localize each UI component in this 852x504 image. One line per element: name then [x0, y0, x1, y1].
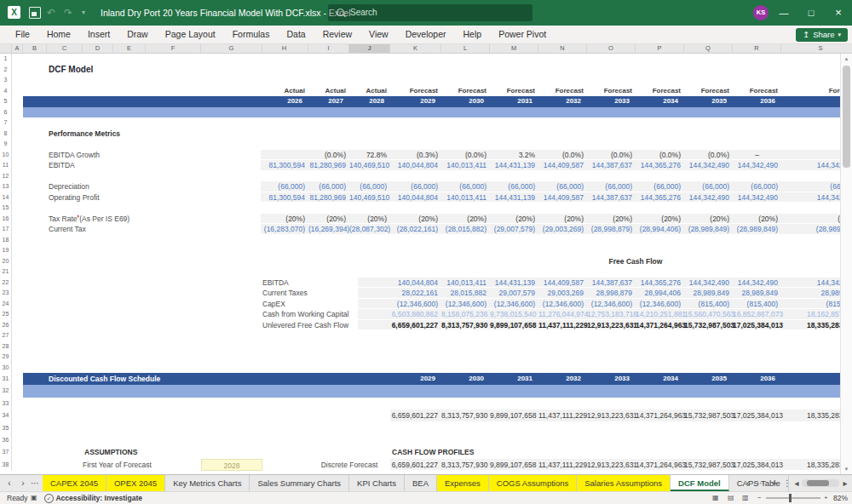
cell-P16[interactable]: (20%) — [636, 214, 684, 225]
sheet-tab-kpi-charts[interactable]: KPI Charts — [349, 475, 405, 491]
cell-S14[interactable]: 144,342,490 — [781, 192, 840, 203]
row-header-13[interactable]: 13 — [0, 181, 12, 192]
cell-O5[interactable]: 2033 — [587, 96, 636, 107]
cell-Q10[interactable]: (0.0%) — [684, 150, 733, 161]
cell-C14[interactable]: Operating Profit — [47, 192, 83, 203]
row-header-35[interactable]: 35 — [0, 422, 12, 434]
column-header-I[interactable]: I — [308, 44, 349, 53]
column-header-F[interactable]: F — [146, 44, 201, 53]
cell-K14[interactable]: 140,044,804 — [390, 192, 441, 203]
cell-N38[interactable]: 11,437,111,229 — [538, 459, 587, 471]
cell-I14[interactable]: 81,280,969 — [308, 192, 349, 203]
sheet-tab-list-icon[interactable]: ⋯ — [29, 475, 41, 491]
cell-S26[interactable]: 18,335,283,513 — [781, 320, 840, 331]
cell-M23[interactable]: 29,007,579 — [490, 288, 538, 299]
select-all-corner[interactable] — [0, 44, 12, 53]
row-header-24[interactable]: 24 — [0, 299, 12, 310]
cell-P38[interactable]: 14,371,264,963 — [636, 459, 684, 471]
cell-L24[interactable]: (12,346,600) — [441, 299, 490, 310]
cell-R5[interactable]: 2036 — [733, 96, 781, 107]
column-header-Q[interactable]: Q — [684, 44, 733, 53]
sheet-tab-opex-2045[interactable]: OPEX 2045 — [106, 475, 165, 491]
column-header-R[interactable]: R — [733, 44, 781, 53]
cell-O13[interactable]: (66,000) — [587, 181, 636, 192]
cell-Q5[interactable]: 2035 — [684, 96, 733, 107]
cell-N10[interactable]: (0.0%) — [538, 150, 587, 161]
cell-S13[interactable]: (66,000) — [781, 181, 840, 192]
cell-C10[interactable]: EBITDA Growth — [47, 150, 83, 161]
cell-M17[interactable]: (29,007,579) — [490, 224, 538, 235]
cell-H5[interactable]: 2026 — [261, 96, 308, 107]
cell-P24[interactable]: (12,346,600) — [636, 299, 684, 310]
row-header-34[interactable]: 34 — [0, 410, 12, 421]
cell-O34[interactable]: 12,913,223,631 — [587, 410, 636, 421]
undo-icon[interactable]: ↶ — [47, 0, 55, 26]
column-header-M[interactable]: M — [490, 44, 538, 53]
cell-O31[interactable]: 2033 — [587, 373, 636, 385]
row-header-32[interactable]: 32 — [0, 385, 12, 397]
cell-O16[interactable]: (20%) — [587, 214, 636, 225]
cell-Q17[interactable]: (28,989,849) — [684, 224, 733, 235]
cell-Q38[interactable]: 15,732,987,503 — [684, 459, 733, 471]
cell-P34[interactable]: 14,371,264,963 — [636, 410, 684, 421]
cell-N34[interactable]: 11,437,111,229 — [538, 410, 587, 421]
cell-J16[interactable]: (20%) — [349, 214, 390, 225]
cell-K16[interactable]: (20%) — [390, 214, 441, 225]
ribbon-tab-home[interactable]: Home — [38, 26, 79, 43]
cell-I5[interactable]: 2027 — [308, 96, 349, 107]
cell-K11[interactable]: 140,044,804 — [390, 160, 441, 171]
accessibility-checker[interactable]: ✓ Accessibility: Investigate — [44, 492, 142, 504]
cell-S24[interactable]: (815,400) — [781, 299, 840, 310]
sheet-tab-next-icon[interactable]: › — [17, 475, 29, 491]
column-header-B[interactable]: B — [23, 44, 47, 53]
cell-C17[interactable]: Current Tax — [47, 224, 83, 235]
row-header-16[interactable]: 16 — [0, 214, 12, 225]
row-header-9[interactable]: 9 — [0, 139, 12, 150]
cell-I16[interactable]: (20%) — [308, 214, 349, 225]
normal-view-icon[interactable]: ▦ — [712, 492, 719, 504]
cell-L10[interactable]: (0.0%) — [441, 150, 490, 161]
row-header-6[interactable]: 6 — [0, 107, 12, 118]
cell-O17[interactable]: (28,998,879) — [587, 224, 636, 235]
row-header-27[interactable]: 27 — [0, 330, 12, 341]
cell-P11[interactable]: 144,365,276 — [636, 160, 684, 171]
cell-Q14[interactable]: 144,342,490 — [684, 192, 733, 203]
sheet-tab-prev-icon[interactable]: ‹ — [3, 475, 15, 491]
sheet-tab-expenses[interactable]: Expenses — [437, 475, 489, 491]
column-header-H[interactable]: H — [261, 44, 308, 53]
cell-R26[interactable]: 17,025,384,013 — [733, 320, 781, 331]
cell-Q31[interactable]: 2035 — [684, 373, 733, 385]
cell-O10[interactable]: (0.0%) — [587, 150, 636, 161]
cell-P5[interactable]: 2034 — [636, 96, 684, 107]
cell-Q22[interactable]: 144,342,490 — [684, 278, 733, 289]
row-header-2[interactable]: 2 — [0, 65, 12, 76]
cell-O4[interactable]: Forecast — [587, 86, 636, 97]
scroll-down-icon[interactable]: ▼ — [841, 464, 852, 474]
cell-D37[interactable]: ASSUMPTIONS — [83, 446, 113, 458]
row-header-3[interactable]: 3 — [0, 75, 12, 86]
column-header-E[interactable]: E — [113, 44, 146, 53]
cell-S16[interactable]: (20%) — [781, 214, 840, 225]
column-header-C[interactable]: C — [47, 44, 83, 53]
column-header-D[interactable]: D — [83, 44, 113, 53]
cell-R22[interactable]: 144,342,490 — [733, 278, 781, 289]
cell-R17[interactable]: (28,989,849) — [733, 224, 781, 235]
sheet-tab-key-metrics-charts[interactable]: Key Metrics Charts — [165, 475, 250, 491]
sheet-tab-salaries-assumptions[interactable]: Salaries Assumptions — [577, 475, 671, 491]
row-header-15[interactable]: 15 — [0, 203, 12, 214]
cell-K26[interactable]: 6,659,601,227 — [390, 320, 441, 331]
ribbon-tab-review[interactable]: Review — [314, 26, 360, 43]
cell-S38[interactable]: 18,335,283,513 — [781, 459, 840, 471]
cell-S23[interactable]: 28,989,849 — [781, 288, 840, 299]
cell-J4[interactable]: Actual — [349, 86, 390, 97]
zoom-slider-thumb[interactable] — [789, 494, 792, 502]
column-header-N[interactable]: N — [538, 44, 587, 53]
cell-N25[interactable]: 11,276,044,974 — [538, 309, 587, 320]
row-header-29[interactable]: 29 — [0, 352, 12, 363]
cell-S25[interactable]: 18,162,857,073 — [781, 309, 840, 320]
cell-I11[interactable]: 81,280,969 — [308, 160, 349, 171]
vertical-scroll-thumb[interactable] — [843, 66, 850, 168]
share-button[interactable]: ↥ Share ▾ — [796, 28, 848, 42]
cell-K31[interactable]: 2029 — [390, 373, 441, 385]
row-header-22[interactable]: 22 — [0, 278, 12, 289]
